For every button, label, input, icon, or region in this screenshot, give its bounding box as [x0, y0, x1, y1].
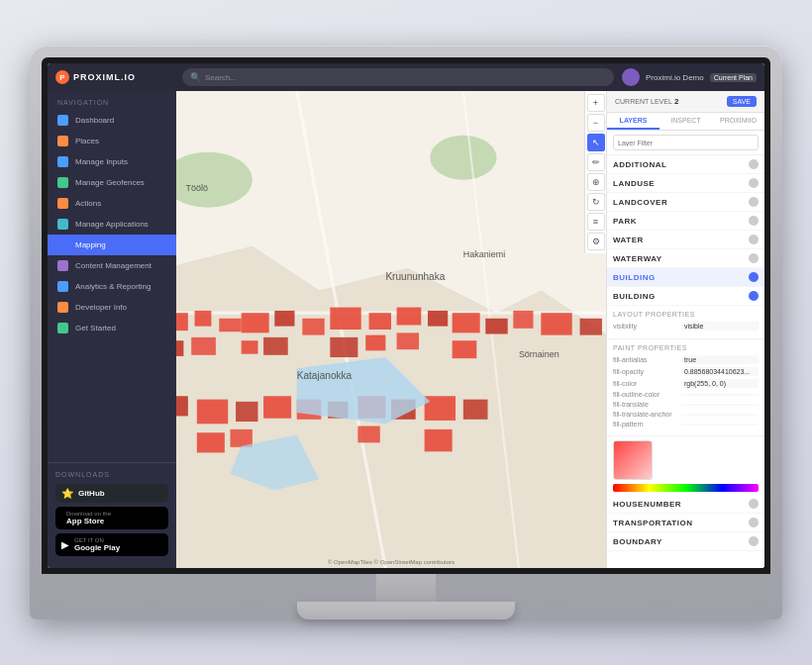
tab-proximiio[interactable]: PROXIMIIO [712, 113, 764, 130]
svg-rect-48 [425, 396, 456, 421]
layer-item-landuse[interactable]: LANDUSE [607, 174, 764, 193]
svg-rect-50 [425, 429, 453, 451]
layer-item-park[interactable]: PARK [607, 212, 764, 231]
svg-rect-19 [242, 340, 258, 353]
sidebar-item-places[interactable]: Places [48, 131, 176, 151]
tab-layers[interactable]: LAYERS [607, 113, 660, 130]
plan-badge[interactable]: Current Plan [710, 73, 757, 82]
level-label: CURRENT LEVEL [615, 98, 672, 105]
svg-text:Töölö: Töölö [186, 183, 208, 193]
mapping-icon [57, 239, 68, 250]
svg-rect-27 [397, 332, 419, 349]
svg-rect-25 [397, 308, 422, 326]
layer-filter-row [607, 131, 764, 155]
settings-tool-btn[interactable]: ⚙ [587, 233, 605, 250]
logo-area: P PROXIML.IO [55, 70, 174, 84]
prop-value-translate [681, 404, 759, 406]
layer-item-water[interactable]: WATER [607, 231, 764, 249]
zoom-in-btn[interactable]: + [587, 94, 605, 112]
prop-row-outline-color: fill-outline-color [613, 391, 759, 398]
appstore-download-btn[interactable]: Download on the App Store [55, 507, 168, 529]
svg-text:Sörnainen: Sörnainen [519, 349, 559, 359]
layer-item-boundary[interactable]: BOUNDARY [607, 532, 764, 551]
svg-rect-18 [302, 319, 324, 335]
layer-item-building-1[interactable]: BUILDING [607, 268, 764, 287]
svg-rect-49 [463, 400, 488, 420]
mapping-label: Mapping [75, 240, 106, 249]
location-tool-btn[interactable]: ⊕ [587, 173, 605, 191]
sidebar-item-get-started[interactable]: Get Started [48, 318, 176, 338]
search-bar[interactable]: 🔍 Search... [182, 68, 614, 86]
level-value: 2 [674, 97, 678, 106]
monitor-neck [376, 574, 436, 602]
places-icon [57, 136, 68, 146]
layer-item-housenumber[interactable]: HOUSENUMBER [607, 495, 764, 514]
prop-row-translate-anchor: fill-translate-anchor [613, 411, 759, 418]
prop-label-outline-color: fill-outline-color [613, 391, 677, 398]
svg-text:Kruununhaka: Kruununhaka [385, 271, 445, 282]
layer-name-landcover: LANDCOVER [613, 198, 667, 207]
sidebar-item-content-management[interactable]: Content Management [48, 255, 176, 276]
layer-filter-input[interactable] [613, 135, 759, 150]
sidebar-item-developer-info[interactable]: Developer Info [48, 297, 176, 318]
layer-name-landuse: LANDUSE [613, 179, 655, 188]
sidebar-item-manage-inputs[interactable]: Manage Inputs [48, 151, 176, 172]
rotate-tool-btn[interactable]: ↻ [587, 193, 605, 211]
search-icon: 🔍 [190, 72, 201, 82]
user-area: Proximi.io Demo Current Plan [622, 68, 757, 86]
get-started-icon [57, 323, 68, 333]
layer-item-landcover[interactable]: LANDCOVER [607, 193, 764, 212]
layer-name-building-2: BUILDING [613, 292, 656, 301]
layer-item-additional[interactable]: ADDITIONAL [607, 155, 764, 174]
places-label: Places [75, 137, 99, 145]
sidebar-item-actions[interactable]: Actions [48, 193, 176, 214]
layers-tool-btn[interactable]: ≡ [587, 213, 605, 231]
layer-name-water: WATER [613, 236, 644, 244]
googleplay-download-btn[interactable]: ▶ GET IT ON Google Play [55, 533, 168, 556]
main-content: NAVIGATION Dashboard Places Manage Input… [48, 91, 764, 568]
layer-eye-landcover [749, 197, 759, 207]
monitor-screen: P PROXIML.IO 🔍 Search... Proximi.io Demo… [48, 63, 764, 568]
map-area[interactable]: Töölö Kruununhaka Kamppi Katajanokka Hak… [176, 91, 606, 568]
zoom-out-btn[interactable]: − [587, 114, 605, 132]
prop-label-opacity: fill-opacity [613, 368, 677, 375]
sidebar-item-dashboard[interactable]: Dashboard [48, 110, 176, 131]
svg-rect-21 [330, 308, 360, 330]
analytics-icon [57, 281, 68, 292]
sidebar-item-mapping[interactable]: Mapping [48, 235, 176, 255]
svg-rect-31 [453, 340, 477, 358]
svg-rect-23 [330, 337, 357, 357]
map-attribution: © OpenMapTiles © OpenStreetMap contribut… [328, 559, 455, 565]
svg-rect-15 [191, 337, 216, 355]
panel-body: ADDITIONAL LANDUSE LANDCOVER [607, 131, 764, 568]
layer-eye-building-2 [749, 291, 759, 301]
layer-name-housenumber: HOUSENUMBER [613, 500, 681, 509]
avatar [622, 68, 640, 86]
sidebar-item-manage-applications[interactable]: Manage Applications [48, 214, 176, 235]
app-container: P PROXIML.IO 🔍 Search... Proximi.io Demo… [48, 63, 764, 568]
level-info: CURRENT LEVEL 2 [615, 97, 679, 106]
analytics-label: Analytics & Reporting [75, 282, 151, 291]
sidebar: NAVIGATION Dashboard Places Manage Input… [48, 91, 176, 568]
save-button[interactable]: SAVE [727, 96, 757, 107]
layer-item-waterway[interactable]: WATERWAY [607, 249, 764, 268]
tab-inspect[interactable]: INSPECT [660, 113, 712, 130]
draw-tool-btn[interactable]: ✏ [587, 153, 605, 171]
developer-info-icon [57, 302, 68, 313]
layer-name-waterway: WATERWAY [613, 254, 662, 263]
sidebar-item-manage-geofences[interactable]: Manage Geofences [48, 172, 176, 193]
select-tool-btn[interactable]: ↖ [587, 134, 605, 151]
manage-inputs-icon [57, 156, 68, 167]
prop-label-translate: fill-translate [613, 401, 677, 408]
downloads-title: DOWNLOADS [55, 471, 168, 478]
manage-applications-label: Manage Applications [75, 220, 149, 229]
gradient-bar[interactable] [613, 484, 759, 492]
layer-name-park: PARK [613, 217, 637, 226]
github-download-btn[interactable]: ⭐ GitHub [55, 484, 168, 503]
sidebar-item-analytics[interactable]: Analytics & Reporting [48, 276, 176, 297]
github-name: GitHub [78, 489, 105, 498]
dashboard-label: Dashboard [75, 116, 114, 125]
layer-item-transportation[interactable]: TRANSPORTATION [607, 514, 764, 532]
layer-item-building-2[interactable]: BUILDING [607, 287, 764, 306]
color-picker-preview[interactable] [613, 440, 653, 480]
